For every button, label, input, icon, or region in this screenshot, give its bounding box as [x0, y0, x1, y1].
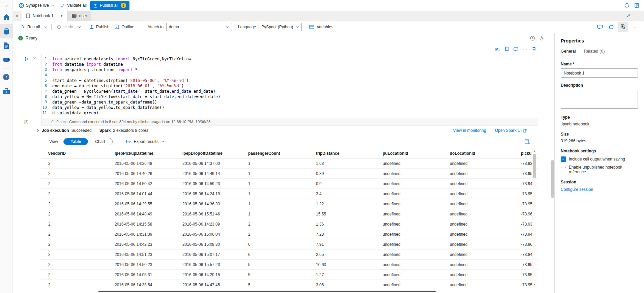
configure-session-link[interactable]: Configure session: [561, 187, 593, 192]
undo-button[interactable]: Undo: [54, 22, 76, 32]
sidebar-item-data[interactable]: [0, 24, 13, 38]
tab-general[interactable]: General: [561, 49, 576, 56]
chevron-down-icon: [226, 26, 229, 28]
refresh-icon[interactable]: [624, 3, 630, 8]
undo-options-chevron[interactable]: [76, 22, 83, 32]
unpublished-ref-label: Enable unpublished notebook reference: [569, 165, 638, 174]
code-line[interactable]: 4: [42, 72, 538, 78]
code-line[interactable]: 1from azureml.opendatasets import NycTlc…: [42, 56, 538, 62]
view-toggle: Table Chart: [63, 138, 113, 145]
code-line[interactable]: 2from datetime import datetime: [42, 62, 538, 67]
line-number: 9: [42, 99, 52, 105]
code-line[interactable]: 11display(data_green): [42, 110, 538, 116]
table-cell: 2: [41, 232, 108, 237]
session-info-icon[interactable]: [530, 36, 535, 41]
table-cell: undefined: [376, 252, 443, 257]
toolbar-more-icon[interactable]: ···: [629, 22, 639, 32]
spark-pool-icon[interactable]: [606, 22, 616, 32]
sidebar-item-home[interactable]: [0, 10, 13, 24]
notebook-scrollbar[interactable]: [551, 33, 554, 293]
collapse-cell-chevron[interactable]: [33, 57, 36, 60]
table-cell: undefined: [443, 272, 514, 277]
comment-icon[interactable]: [512, 46, 520, 53]
output-more-icon[interactable]: ···: [24, 136, 41, 290]
gear-icon[interactable]: [539, 36, 544, 41]
expand-pane-icon[interactable]: [626, 14, 631, 18]
run-all-button[interactable]: Run all: [18, 22, 42, 32]
delete-cell-icon[interactable]: [530, 46, 538, 53]
include-output-checkbox-row[interactable]: ✓ Include cell output when saving: [561, 156, 638, 162]
publish-count-badge: 1: [121, 3, 126, 8]
code-line[interactable]: 10data_yellow = data_yellow.to_spark_dat…: [42, 105, 538, 110]
export-results-button[interactable]: Export results: [126, 139, 165, 144]
feedback-icon[interactable]: [634, 3, 639, 8]
comments-icon[interactable]: [595, 22, 605, 32]
run-options-chevron[interactable]: [42, 22, 49, 32]
chevron-down-icon: [51, 4, 54, 7]
expand-rail-chevron[interactable]: »: [0, 0, 12, 10]
table-cell: 3.4: [309, 192, 376, 196]
sidebar-item-monitor[interactable]: [0, 70, 13, 84]
publish-button[interactable]: Publish: [87, 22, 112, 32]
chart-view-toggle[interactable]: Chart: [88, 138, 112, 145]
table-view-toggle[interactable]: Table: [64, 138, 88, 145]
table-cell: 5: [241, 262, 309, 267]
pipeline-icon: [3, 57, 10, 62]
scroll-thumb[interactable]: [533, 154, 536, 178]
tab-notebook-1[interactable]: Notebook 1 ●: [22, 11, 67, 21]
sidebar-item-develop[interactable]: [0, 38, 13, 53]
code-line[interactable]: 7data_green = NycTlcGreen(start_date = s…: [42, 89, 538, 94]
table-vertical-scrollbar[interactable]: ▲ ▼: [532, 148, 536, 287]
scroll-down-arrow[interactable]: ▼: [533, 282, 536, 287]
tab-user[interactable]: user: [67, 11, 91, 21]
more-actions-icon[interactable]: ···: [636, 13, 640, 18]
tab-overflow-chevron[interactable]: »: [13, 11, 22, 21]
code-line[interactable]: 5start_date = datetime.strptime('2016-05…: [42, 78, 538, 83]
table-horizontal-scrollbar[interactable]: [98, 291, 436, 292]
table-cell: 2: [41, 212, 108, 216]
cell-more-icon[interactable]: ···: [521, 46, 529, 53]
table-cell: undefined: [376, 283, 443, 287]
code-line[interactable]: 9data_green =data_green.to_spark_datafra…: [42, 99, 538, 105]
spark-label: Spark: [99, 128, 111, 133]
validate-check-icon: [60, 3, 65, 7]
publish-all-button[interactable]: Publish all 1: [90, 1, 129, 10]
toolbar-divider: [139, 24, 139, 30]
checkbox-checked-icon[interactable]: ✓: [561, 156, 566, 162]
table-cell: undefined: [443, 212, 514, 216]
column-header: vendorID: [41, 151, 108, 156]
scroll-up-arrow[interactable]: ▲: [533, 148, 536, 153]
code-editor[interactable]: 1from azureml.opendatasets import NycTlc…: [41, 54, 538, 125]
tab-related[interactable]: Related (0): [584, 49, 605, 56]
notebook-scroll-thumb[interactable]: [551, 160, 554, 198]
attach-to-dropdown[interactable]: demo: [166, 23, 232, 31]
table-row: 22016-05-06 14:01:442016-05-06 14:24:191…: [41, 189, 538, 199]
run-cell-icon[interactable]: [24, 57, 29, 61]
unpublished-ref-checkbox-row[interactable]: Enable unpublished notebook reference: [561, 165, 638, 174]
left-nav-rail: »: [0, 0, 13, 293]
session-status-bar: ✓ Ready: [13, 33, 554, 43]
toolbar-divider: [51, 24, 52, 30]
variables-button[interactable]: Variables: [306, 22, 336, 32]
code-line[interactable]: 3from pyspark.sql.functions import *: [42, 67, 538, 72]
job-execution-label[interactable]: Job execution: [42, 128, 69, 133]
open-spark-ui-link[interactable]: Open Spark UI: [495, 128, 527, 133]
to-markdown-icon[interactable]: M↓: [494, 46, 502, 53]
table-settings-icon[interactable]: [525, 139, 538, 144]
name-field[interactable]: [561, 68, 638, 78]
language-dropdown[interactable]: PySpark (Python): [259, 23, 302, 31]
branch-selector[interactable]: Synapse live: [16, 1, 57, 10]
checkbox-unchecked-icon[interactable]: [561, 167, 566, 172]
outline-button[interactable]: Outline: [112, 22, 137, 32]
expand-job-chevron[interactable]: [36, 129, 39, 133]
description-field[interactable]: [561, 90, 638, 109]
validate-all-button[interactable]: Validate all: [58, 1, 89, 10]
sidebar-item-manage[interactable]: [0, 84, 13, 98]
bookmark-icon[interactable]: [503, 46, 511, 53]
properties-panel-icon[interactable]: [618, 22, 628, 32]
sidebar-item-integrate[interactable]: [0, 53, 13, 67]
code-line[interactable]: 6end_date = datetime.strptime('2018-06-0…: [42, 83, 538, 89]
table-cell: 2016-05-06 14:40:26: [108, 171, 175, 176]
view-in-monitoring-link[interactable]: View in monitoring: [453, 128, 486, 133]
code-line[interactable]: 8data_yellow = NycTlcYellow(start_date =…: [42, 94, 538, 99]
